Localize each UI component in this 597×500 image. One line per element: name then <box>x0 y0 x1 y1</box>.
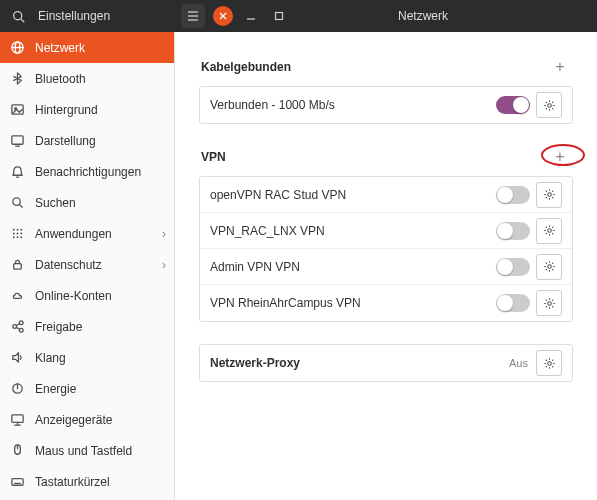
svg-rect-41 <box>12 479 23 486</box>
gear-icon <box>543 224 556 237</box>
svg-point-23 <box>17 233 19 235</box>
svg-line-65 <box>545 197 546 198</box>
svg-line-100 <box>552 359 553 360</box>
menu-button[interactable] <box>181 4 205 28</box>
bluetooth-icon-wrap <box>10 71 25 86</box>
sidebar-item-netzwerk[interactable]: Netzwerk <box>0 32 174 63</box>
lock-icon-wrap <box>10 257 25 272</box>
toggle-switch[interactable] <box>496 294 530 312</box>
row-label: VPN_RAC_LNX VPN <box>210 224 496 238</box>
gear-icon <box>543 188 556 201</box>
sidebar-item-datenschutz[interactable]: Datenschutz› <box>0 249 174 280</box>
display-icon <box>10 412 25 427</box>
toggle-switch[interactable] <box>496 222 530 240</box>
chevron-right-icon: › <box>162 258 166 272</box>
maximize-button[interactable] <box>269 6 289 26</box>
sidebar-item-suchen[interactable]: Suchen <box>0 187 174 218</box>
svg-line-73 <box>552 227 553 228</box>
vpn-row: openVPN RAC Stud VPN <box>200 177 572 213</box>
sidebar-item-hintergrund[interactable]: Hintergrund <box>0 94 174 125</box>
search-icon <box>12 10 25 23</box>
share-icon <box>10 319 25 334</box>
svg-line-32 <box>17 324 20 326</box>
svg-point-24 <box>20 233 22 235</box>
minimize-icon <box>246 11 256 21</box>
toggle-switch[interactable] <box>496 186 530 204</box>
sidebar-item-freigabe[interactable]: Freigabe <box>0 311 174 342</box>
proxy-row: Netzwerk-ProxyAus <box>200 345 572 381</box>
svg-line-74 <box>545 233 546 234</box>
sidebar-item-darstellung[interactable]: Darstellung <box>0 125 174 156</box>
sidebar-item-maus-und-tastfeld[interactable]: Maus und Tastfeld <box>0 435 174 466</box>
settings-button[interactable] <box>536 218 562 244</box>
keyboard-icon <box>10 474 25 489</box>
wired-section: Kabelgebunden+Verbunden - 1000 Mb/s <box>199 56 573 124</box>
power-icon <box>10 381 25 396</box>
proxy-panel: Netzwerk-ProxyAus <box>199 344 573 382</box>
sidebar-item-online-konten[interactable]: Online-Konten <box>0 280 174 311</box>
sidebar-item-klang[interactable]: Klang <box>0 342 174 373</box>
svg-rect-36 <box>12 415 23 423</box>
settings-button[interactable] <box>536 290 562 316</box>
svg-line-64 <box>552 191 553 192</box>
svg-point-48 <box>547 103 551 107</box>
svg-point-26 <box>17 236 19 238</box>
appearance-icon-wrap <box>10 133 25 148</box>
svg-point-31 <box>19 328 23 332</box>
content-pane: Kabelgebunden+Verbunden - 1000 Mb/sVPN+o… <box>175 32 597 500</box>
proxy-section: Netzwerk-ProxyAus <box>199 344 573 382</box>
wired-add-button[interactable]: + <box>549 56 571 78</box>
sidebar-item-label: Hintergrund <box>35 103 98 117</box>
toggle-switch[interactable] <box>496 258 530 276</box>
vpn-add-button[interactable]: + <box>549 146 571 168</box>
svg-line-90 <box>552 306 553 307</box>
wired-panel: Verbunden - 1000 Mb/s <box>199 86 573 124</box>
sidebar-item-energie[interactable]: Energie <box>0 373 174 404</box>
svg-line-56 <box>545 108 546 109</box>
background-icon-wrap <box>10 102 25 117</box>
hamburger-icon <box>187 11 199 21</box>
titlebar-left: Einstellungen <box>0 2 175 30</box>
svg-line-63 <box>552 197 553 198</box>
sidebar-item-label: Benachrichtigungen <box>35 165 141 179</box>
settings-button[interactable] <box>536 182 562 208</box>
settings-button[interactable] <box>536 92 562 118</box>
svg-rect-14 <box>12 136 23 144</box>
settings-button[interactable] <box>536 254 562 280</box>
minimize-button[interactable] <box>241 6 261 26</box>
sidebar-item-label: Darstellung <box>35 134 96 148</box>
sidebar-item-anwendungen[interactable]: Anwendungen› <box>0 218 174 249</box>
power-icon-wrap <box>10 381 25 396</box>
sidebar-item-label: Klang <box>35 351 66 365</box>
row-label: Admin VPN VPN <box>210 260 496 274</box>
sidebar-item-label: Anwendungen <box>35 227 112 241</box>
svg-point-19 <box>13 229 15 231</box>
settings-button[interactable] <box>536 350 562 376</box>
mouse-icon-wrap <box>10 443 25 458</box>
vpn-header: VPN+ <box>199 146 573 168</box>
row-label: openVPN RAC Stud VPN <box>210 188 496 202</box>
svg-point-20 <box>17 229 19 231</box>
share-icon-wrap <box>10 319 25 334</box>
search-button[interactable] <box>4 2 32 30</box>
svg-rect-8 <box>276 13 283 20</box>
sidebar-item-label: Maus und Tastfeld <box>35 444 132 458</box>
display-icon-wrap <box>10 412 25 427</box>
svg-line-62 <box>545 191 546 192</box>
close-button[interactable] <box>213 6 233 26</box>
gear-icon <box>543 297 556 310</box>
lock-icon <box>10 257 25 272</box>
sidebar-item-anzeigegeräte[interactable]: Anzeigegeräte <box>0 404 174 435</box>
wired-header: Kabelgebunden+ <box>199 56 573 78</box>
gear-icon <box>543 357 556 370</box>
sidebar-item-label: Anzeigegeräte <box>35 413 112 427</box>
grid-icon <box>10 226 25 241</box>
sidebar-item-tastaturkürzel[interactable]: Tastaturkürzel <box>0 466 174 497</box>
toggle-switch[interactable] <box>496 96 530 114</box>
sidebar-item-benachrichtigungen[interactable]: Benachrichtigungen <box>0 156 174 187</box>
search-icon <box>10 195 25 210</box>
svg-line-98 <box>545 359 546 360</box>
sidebar-item-bluetooth[interactable]: Bluetooth <box>0 63 174 94</box>
maximize-icon <box>274 11 284 21</box>
row-label: Netzwerk-Proxy <box>210 356 509 370</box>
